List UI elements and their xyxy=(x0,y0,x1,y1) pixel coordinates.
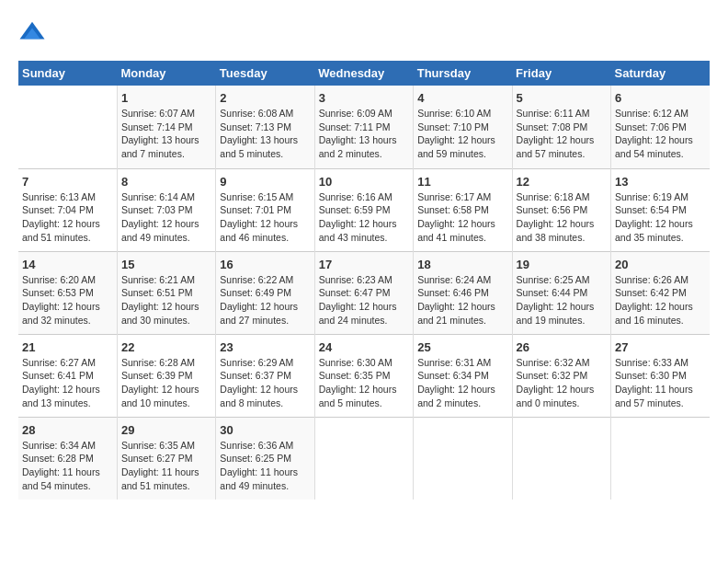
logo-icon xyxy=(18,18,46,46)
calendar-cell: 17Sunrise: 6:23 AMSunset: 6:47 PMDayligh… xyxy=(314,251,413,334)
day-info: Sunrise: 6:23 AMSunset: 6:47 PMDaylight:… xyxy=(319,273,409,327)
day-number: 19 xyxy=(517,258,607,271)
day-number: 28 xyxy=(22,423,113,437)
calendar-cell: 13Sunrise: 6:19 AMSunset: 6:54 PMDayligh… xyxy=(611,168,710,251)
day-info: Sunrise: 6:08 AMSunset: 7:13 PMDaylight:… xyxy=(220,107,310,161)
day-number: 14 xyxy=(22,258,113,271)
day-info: Sunrise: 6:31 AMSunset: 6:34 PMDaylight:… xyxy=(417,356,507,410)
day-info: Sunrise: 6:13 AMSunset: 7:04 PMDaylight:… xyxy=(22,190,113,245)
day-number: 10 xyxy=(319,175,409,189)
day-number: 15 xyxy=(121,258,211,271)
calendar-cell: 20Sunrise: 6:26 AMSunset: 6:42 PMDayligh… xyxy=(611,251,710,334)
day-number: 2 xyxy=(220,91,310,105)
day-info: Sunrise: 6:10 AMSunset: 7:10 PMDaylight:… xyxy=(417,107,507,161)
day-number: 11 xyxy=(417,175,507,189)
calendar-cell: 9Sunrise: 6:15 AMSunset: 7:01 PMDaylight… xyxy=(216,168,314,251)
calendar-cell: 25Sunrise: 6:31 AMSunset: 6:34 PMDayligh… xyxy=(414,334,512,417)
calendar-cell xyxy=(611,417,710,500)
calendar-cell xyxy=(314,417,413,500)
day-header-friday: Friday xyxy=(512,61,610,86)
day-number: 24 xyxy=(319,340,409,354)
day-info: Sunrise: 6:26 AMSunset: 6:42 PMDaylight:… xyxy=(615,273,706,327)
day-info: Sunrise: 6:22 AMSunset: 6:49 PMDaylight:… xyxy=(220,273,310,327)
day-info: Sunrise: 6:20 AMSunset: 6:53 PMDaylight:… xyxy=(22,273,113,327)
day-info: Sunrise: 6:27 AMSunset: 6:41 PMDaylight:… xyxy=(22,356,113,410)
calendar-cell xyxy=(512,417,610,500)
calendar-cell: 22Sunrise: 6:28 AMSunset: 6:39 PMDayligh… xyxy=(117,334,215,417)
day-info: Sunrise: 6:29 AMSunset: 6:37 PMDaylight:… xyxy=(220,356,310,410)
day-number: 17 xyxy=(319,258,409,271)
day-number: 9 xyxy=(220,175,310,189)
calendar-cell: 23Sunrise: 6:29 AMSunset: 6:37 PMDayligh… xyxy=(216,334,314,417)
calendar-cell: 12Sunrise: 6:18 AMSunset: 6:56 PMDayligh… xyxy=(512,168,610,251)
day-info: Sunrise: 6:21 AMSunset: 6:51 PMDaylight:… xyxy=(121,273,211,327)
day-number: 5 xyxy=(517,91,607,105)
day-header-monday: Monday xyxy=(117,61,215,86)
week-row-3: 14Sunrise: 6:20 AMSunset: 6:53 PMDayligh… xyxy=(18,251,710,334)
day-info: Sunrise: 6:32 AMSunset: 6:32 PMDaylight:… xyxy=(517,356,607,410)
calendar-cell: 14Sunrise: 6:20 AMSunset: 6:53 PMDayligh… xyxy=(18,251,117,334)
day-info: Sunrise: 6:30 AMSunset: 6:35 PMDaylight:… xyxy=(319,356,409,410)
day-info: Sunrise: 6:33 AMSunset: 6:30 PMDaylight:… xyxy=(615,356,706,410)
calendar-cell: 27Sunrise: 6:33 AMSunset: 6:30 PMDayligh… xyxy=(611,334,710,417)
day-info: Sunrise: 6:14 AMSunset: 7:03 PMDaylight:… xyxy=(121,190,211,245)
calendar-cell: 15Sunrise: 6:21 AMSunset: 6:51 PMDayligh… xyxy=(117,251,215,334)
week-row-2: 7Sunrise: 6:13 AMSunset: 7:04 PMDaylight… xyxy=(18,168,710,251)
day-number: 29 xyxy=(121,423,211,437)
calendar-cell: 4Sunrise: 6:10 AMSunset: 7:10 PMDaylight… xyxy=(414,86,512,168)
day-header-row: SundayMondayTuesdayWednesdayThursdayFrid… xyxy=(18,61,710,86)
calendar-cell: 16Sunrise: 6:22 AMSunset: 6:49 PMDayligh… xyxy=(216,251,314,334)
day-info: Sunrise: 6:18 AMSunset: 6:56 PMDaylight:… xyxy=(517,190,607,245)
day-number: 18 xyxy=(417,258,507,271)
day-number: 13 xyxy=(615,175,706,189)
day-info: Sunrise: 6:34 AMSunset: 6:28 PMDaylight:… xyxy=(22,439,113,493)
calendar-cell: 26Sunrise: 6:32 AMSunset: 6:32 PMDayligh… xyxy=(512,334,610,417)
day-number: 27 xyxy=(615,340,706,354)
day-number: 30 xyxy=(220,423,310,437)
day-info: Sunrise: 6:07 AMSunset: 7:14 PMDaylight:… xyxy=(121,107,211,161)
day-number: 22 xyxy=(121,340,211,354)
logo xyxy=(18,18,51,46)
day-header-saturday: Saturday xyxy=(611,61,710,86)
day-info: Sunrise: 6:17 AMSunset: 6:58 PMDaylight:… xyxy=(417,190,507,245)
week-row-1: 1Sunrise: 6:07 AMSunset: 7:14 PMDaylight… xyxy=(18,86,710,168)
week-row-5: 28Sunrise: 6:34 AMSunset: 6:28 PMDayligh… xyxy=(18,417,710,500)
day-header-tuesday: Tuesday xyxy=(216,61,314,86)
day-number: 12 xyxy=(517,175,607,189)
calendar-cell: 18Sunrise: 6:24 AMSunset: 6:46 PMDayligh… xyxy=(414,251,512,334)
day-info: Sunrise: 6:25 AMSunset: 6:44 PMDaylight:… xyxy=(517,273,607,327)
day-info: Sunrise: 6:28 AMSunset: 6:39 PMDaylight:… xyxy=(121,356,211,410)
calendar-cell: 1Sunrise: 6:07 AMSunset: 7:14 PMDaylight… xyxy=(117,86,215,168)
day-info: Sunrise: 6:35 AMSunset: 6:27 PMDaylight:… xyxy=(121,439,211,493)
day-info: Sunrise: 6:16 AMSunset: 6:59 PMDaylight:… xyxy=(319,190,409,245)
day-header-sunday: Sunday xyxy=(18,61,117,86)
calendar-cell: 6Sunrise: 6:12 AMSunset: 7:06 PMDaylight… xyxy=(611,86,710,168)
day-number: 26 xyxy=(517,340,607,354)
calendar-cell: 21Sunrise: 6:27 AMSunset: 6:41 PMDayligh… xyxy=(18,334,117,417)
day-header-wednesday: Wednesday xyxy=(314,61,413,86)
page-header xyxy=(18,18,710,46)
calendar-cell: 19Sunrise: 6:25 AMSunset: 6:44 PMDayligh… xyxy=(512,251,610,334)
day-number: 21 xyxy=(22,340,113,354)
day-info: Sunrise: 6:11 AMSunset: 7:08 PMDaylight:… xyxy=(517,107,607,161)
week-row-4: 21Sunrise: 6:27 AMSunset: 6:41 PMDayligh… xyxy=(18,334,710,417)
calendar-cell xyxy=(414,417,512,500)
calendar-cell xyxy=(18,86,117,168)
calendar-cell: 28Sunrise: 6:34 AMSunset: 6:28 PMDayligh… xyxy=(18,417,117,500)
day-number: 8 xyxy=(121,175,211,189)
calendar-cell: 29Sunrise: 6:35 AMSunset: 6:27 PMDayligh… xyxy=(117,417,215,500)
day-info: Sunrise: 6:36 AMSunset: 6:25 PMDaylight:… xyxy=(220,439,310,493)
day-number: 3 xyxy=(319,91,409,105)
calendar-cell: 8Sunrise: 6:14 AMSunset: 7:03 PMDaylight… xyxy=(117,168,215,251)
day-info: Sunrise: 6:24 AMSunset: 6:46 PMDaylight:… xyxy=(417,273,507,327)
calendar-cell: 3Sunrise: 6:09 AMSunset: 7:11 PMDaylight… xyxy=(314,86,413,168)
day-number: 1 xyxy=(121,91,211,105)
calendar-cell: 11Sunrise: 6:17 AMSunset: 6:58 PMDayligh… xyxy=(414,168,512,251)
day-number: 4 xyxy=(417,91,507,105)
day-number: 7 xyxy=(22,175,113,189)
day-info: Sunrise: 6:15 AMSunset: 7:01 PMDaylight:… xyxy=(220,190,310,245)
day-header-thursday: Thursday xyxy=(414,61,512,86)
day-number: 6 xyxy=(615,91,706,105)
day-info: Sunrise: 6:12 AMSunset: 7:06 PMDaylight:… xyxy=(615,107,706,161)
calendar-cell: 7Sunrise: 6:13 AMSunset: 7:04 PMDaylight… xyxy=(18,168,117,251)
